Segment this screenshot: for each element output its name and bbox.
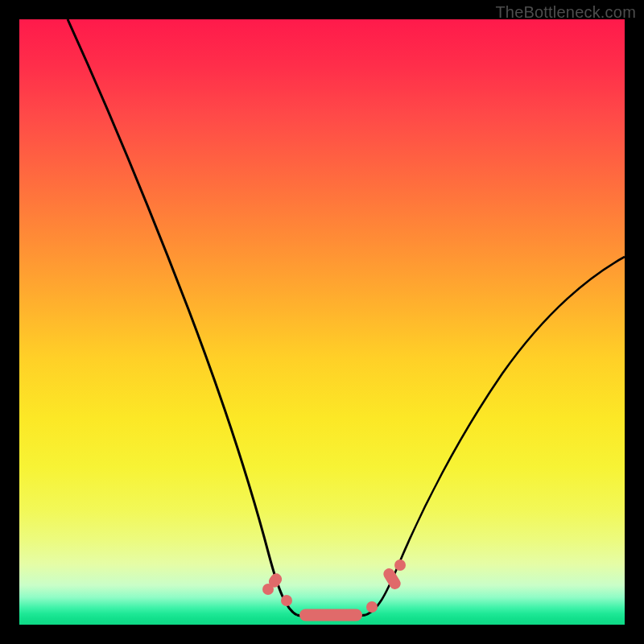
- outer-frame: TheBottleneck.com: [0, 0, 644, 644]
- svg-rect-1: [299, 609, 362, 621]
- watermark-text: TheBottleneck.com: [495, 3, 636, 22]
- valley-markers: [262, 559, 406, 621]
- right-curve: [365, 257, 625, 615]
- marker-dot: [394, 559, 406, 571]
- marker-dot: [366, 601, 378, 613]
- left-curve: [68, 19, 297, 615]
- plot-area: [19, 19, 625, 625]
- marker-dot: [281, 595, 292, 606]
- curve-overlay: [19, 19, 625, 625]
- marker-capsule: [299, 609, 362, 621]
